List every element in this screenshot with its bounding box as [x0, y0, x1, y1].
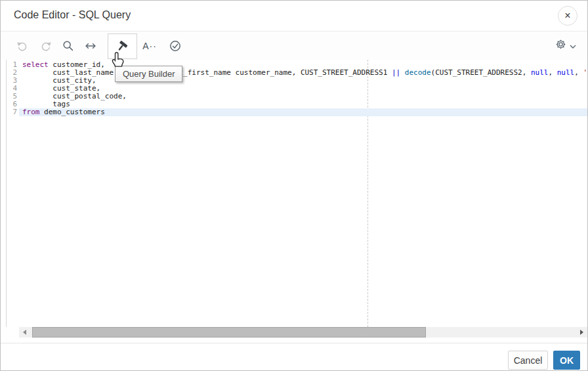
code-line[interactable]: from demo_customers [19, 108, 588, 116]
settings-menu-button[interactable] [551, 33, 579, 58]
chevron-down-icon [570, 40, 576, 52]
dialog-footer: Cancel OK [1, 343, 587, 370]
validate-icon [169, 39, 182, 53]
redo-button[interactable] [34, 33, 58, 58]
title-bar: Code Editor - SQL Query × [1, 1, 587, 32]
find-button[interactable] [56, 33, 80, 58]
code-line[interactable]: cust_city, [19, 77, 588, 85]
toolbar: A·· [1, 32, 587, 60]
gutter: 1234567 [7, 61, 19, 116]
dialog-title: Code Editor - SQL Query [14, 9, 131, 21]
triangle-left-icon [23, 330, 26, 335]
expand-icon [84, 39, 97, 53]
cancel-button[interactable]: Cancel [508, 351, 548, 370]
code-line[interactable]: cust_postal_code, [19, 93, 588, 100]
scroll-left-button[interactable] [19, 327, 30, 338]
tooltip: Query Builder [115, 66, 182, 82]
code-editor-dialog: Code Editor - SQL Query × [0, 0, 588, 371]
replace-button[interactable] [79, 33, 102, 58]
code-lines: select customer_id, cust_last_name || ',… [19, 61, 588, 116]
code-line[interactable]: cust_last_name || ', ' || cust_first_nam… [19, 69, 588, 77]
horizontal-scrollbar[interactable] [19, 327, 587, 338]
validate-button[interactable] [163, 33, 187, 58]
tooltip-label: Query Builder [123, 69, 175, 79]
close-icon: × [564, 11, 570, 21]
close-button[interactable]: × [558, 6, 578, 26]
autocomplete-icon: A·· [142, 41, 157, 51]
gear-icon [555, 38, 567, 53]
autocomplete-button[interactable]: A·· [138, 33, 161, 58]
code-editor[interactable]: 1234567 select customer_id, cust_last_na… [6, 60, 588, 327]
triangle-right-icon [580, 330, 583, 335]
ok-button[interactable]: OK [553, 351, 580, 370]
redo-icon [39, 39, 52, 53]
scrollbar-thumb[interactable] [32, 327, 426, 338]
undo-button[interactable] [10, 33, 34, 58]
line-number: 7 [7, 108, 19, 116]
scroll-right-button[interactable] [576, 327, 587, 338]
undo-icon [16, 39, 29, 53]
query-builder-button[interactable] [108, 33, 137, 59]
hammer-icon [116, 40, 129, 53]
search-icon [62, 39, 75, 53]
